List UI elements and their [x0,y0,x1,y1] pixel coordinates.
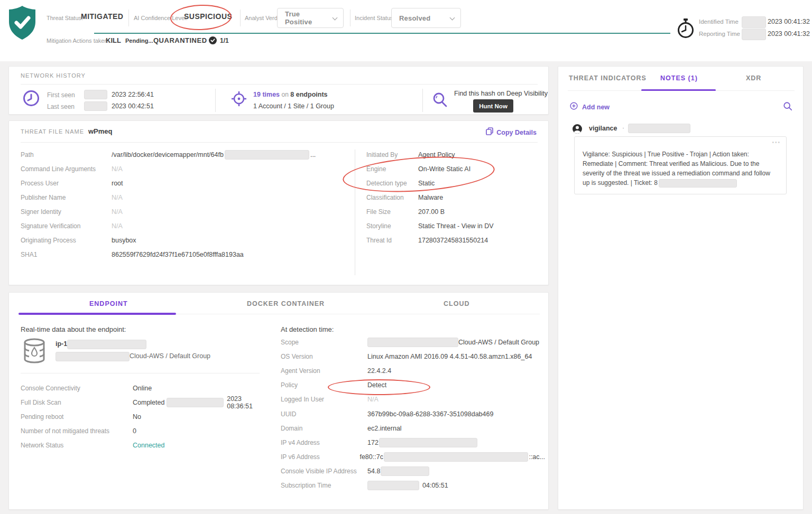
endpoint-detail-row: Network Status Connected [21,438,269,452]
full-disk-scan-status: Completed [133,399,164,406]
detection-row: Policy Detect [281,378,545,392]
file-detail-row: Process User root [21,176,348,190]
row-label: Signer Identity [21,208,112,216]
last-seen-label: Last seen [47,103,75,110]
os-version-value: Linux Amazon AMI 2016.09 4.4.51-40.58.am… [367,353,532,360]
row-label: Initiated By [366,151,418,158]
redacted-box [367,481,419,490]
row-value: Malware [418,194,443,201]
row-label: Command Line Arguments [21,165,112,173]
divider [215,89,216,112]
redacted-box [367,338,458,347]
row-value: Agent Policy [418,151,455,158]
scope-label: Scope [281,339,367,346]
threat-file-title: THREAT FILE NAME [21,128,84,135]
row-label: Detection type [366,180,418,187]
chevron-down-icon [450,15,455,20]
identified-time-label: Identified Time [699,18,739,25]
add-icon [570,102,578,112]
deep-visibility-text: Find this hash on Deep Visibility [454,90,548,97]
file-detail-row: Classification Malware [366,190,541,204]
redacted-box [84,101,107,111]
server-icon [21,337,48,367]
path-value: /var/lib/docker/devicemapper/mnt/64fb [112,151,224,158]
tab-docker-container[interactable]: DOCKER CONTAINER [247,300,325,307]
copy-details-button[interactable]: Copy Details [486,127,537,137]
row-value: N/A [112,165,123,173]
ipv4-prefix: 172 [367,439,379,446]
redacted-box [628,124,690,133]
file-detail-row: Signer Identity N/A [21,204,348,219]
analyst-verdict-select[interactable]: True Positive [277,8,344,28]
redacted-box [742,16,766,28]
os-version-label: OS Version [281,353,367,360]
file-detail-row: Initiated By Agent Policy [366,147,541,162]
divider [21,84,538,85]
check-badge-icon [209,36,217,44]
tab-xdr[interactable]: XDR [746,74,761,82]
redacted-box [167,398,224,407]
tab-threat-indicators[interactable]: THREAT INDICATORS [569,74,647,82]
tab-endpoint[interactable]: ENDPOINT [89,300,128,307]
more-menu-icon[interactable]: ••• [772,139,781,145]
incident-status-value: Resolved [399,14,445,22]
detection-row: Console Visible IP Address 54.8 [281,464,545,479]
path-suffix: ... [310,151,316,158]
redacted-box [84,90,107,99]
file-detail-row: SHA1 862559f7629fd24f37f1e67105e0f8fffa8… [21,248,348,262]
identified-time-value: 2023 00:41:32 [768,18,810,25]
file-detail-row: Originating Process busybox [21,233,348,248]
tab-notes[interactable]: NOTES (1) [660,74,698,82]
incident-status-select[interactable]: Resolved [391,8,461,28]
detection-row: Scope Cloud-AWS / Default Group [281,335,545,349]
redacted-box [67,340,146,349]
redacted-box [225,150,309,160]
file-detail-row: Engine On-Write Static AI [366,162,541,176]
add-new-button[interactable]: Add new [570,102,610,112]
row-label: Originating Process [21,237,112,244]
note-author: vigilance [589,125,617,132]
kill-status: Pending... [125,38,153,44]
policy-label: Policy [281,381,367,389]
redacted-box [384,452,529,462]
redacted-box [381,466,429,476]
search-notes-icon[interactable] [783,101,792,113]
file-detail-row: Publisher Name N/A [21,190,348,204]
detection-row: Domain ec2.internal [281,421,545,435]
redacted-box [379,438,477,447]
chevron-down-icon [333,15,338,20]
row-value: Static [418,180,435,187]
shield-check-icon [5,4,39,43]
endpoints-target-icon [231,91,247,109]
times-seen-link[interactable]: 19 times [253,91,280,98]
logged-in-user-value: N/A [367,396,379,403]
ai-confidence-label: AI Confidence Level: [134,15,188,21]
ipv6-label: IP v6 Address [281,453,359,461]
console-connectivity-value: Online [133,385,152,392]
times-mid-text: on [282,91,289,98]
timeline-divider [94,33,670,34]
storyline-value[interactable]: Static Threat - View in DV [418,222,494,230]
agent-version-value: 22.4.2.4 [367,367,391,375]
network-status-value[interactable]: Connected [133,442,164,449]
detection-row: Logged In User N/A [281,392,545,407]
hunt-now-button[interactable]: Hunt Now [473,99,513,113]
ipv4-label: IP v4 Address [281,439,367,446]
endpoint-group-suffix: Cloud-AWS / Default Group [130,352,210,360]
note-author-separator: · [622,124,624,132]
console-ip-label: Console Visible IP Address [281,468,367,475]
active-tab-indicator [19,313,176,315]
threat-header: Threat Status: MITIGATED AI Confidence L… [0,0,812,61]
row-label: Process User [21,180,112,187]
note-body: Vigilance: Suspicious | True Positive - … [583,149,779,188]
divider [355,149,355,275]
mitigation-actions-label: Mitigation Actions taken: [47,38,109,44]
first-seen-value: 2023 22:56:41 [112,91,154,98]
detection-row: Subscription Time 04:05:51 [281,479,545,493]
row-value: root [112,180,123,187]
not-mitigated-value: 0 [133,427,136,435]
endpoint-detail-row: Pending reboot No [21,409,269,424]
stopwatch-icon [676,18,695,41]
detection-row: OS Version Linux Amazon AMI 2016.09 4.4.… [281,349,545,363]
tab-cloud[interactable]: CLOUD [444,300,469,307]
